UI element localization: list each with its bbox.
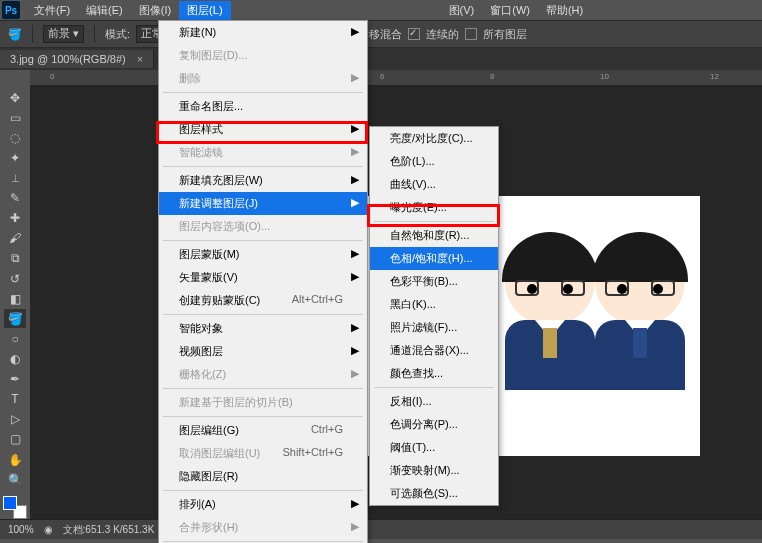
menu-item[interactable]: 亮度/对比度(C)...: [370, 127, 498, 150]
history-tool[interactable]: ↺: [4, 269, 26, 288]
menu-separator: [163, 490, 363, 491]
menu-item: 新建基于图层的切片(B): [159, 391, 367, 414]
close-icon[interactable]: ×: [137, 53, 143, 65]
menu-item[interactable]: 黑白(K)...: [370, 293, 498, 316]
wand-tool[interactable]: ✦: [4, 148, 26, 167]
menu-item-label: 色调分离(P)...: [390, 418, 458, 430]
menu-item-label: 取消图层编组(U): [179, 447, 260, 459]
menu-item[interactable]: 视频图层▶: [159, 340, 367, 363]
zoom-level[interactable]: 100%: [8, 524, 34, 535]
chk-alllayers[interactable]: [465, 28, 477, 40]
menu-item[interactable]: 排列(A)▶: [159, 493, 367, 516]
menu-item[interactable]: 图层样式▶: [159, 118, 367, 141]
heal-tool[interactable]: ✚: [4, 209, 26, 228]
path-tool[interactable]: ▷: [4, 410, 26, 429]
menu-item[interactable]: 可选颜色(S)...: [370, 482, 498, 505]
menu-separator: [374, 221, 494, 222]
menu-item[interactable]: 重命名图层...: [159, 95, 367, 118]
menu-item-label: 通道混合器(X)...: [390, 344, 469, 356]
menu-separator: [163, 541, 363, 542]
document-size: 文档:651.3 K/651.3K: [63, 523, 155, 537]
brush-tool[interactable]: 🖌: [4, 229, 26, 248]
menu-item[interactable]: 阈值(T)...: [370, 436, 498, 459]
ruler-horizontal: 0 2 4 6 8 10 12: [30, 70, 762, 86]
menu-item[interactable]: 隐藏图层(R): [159, 465, 367, 488]
hand-tool[interactable]: ✋: [4, 450, 26, 469]
menu-file[interactable]: 文件(F): [26, 1, 78, 20]
menu-item[interactable]: 矢量蒙版(V)▶: [159, 266, 367, 289]
menu-separator: [374, 387, 494, 388]
menubar: Ps 文件(F) 编辑(E) 图像(I) 图层(L) 图(V) 窗口(W) 帮助…: [0, 0, 762, 20]
menu-item: 合并形状(H)▶: [159, 516, 367, 539]
menu-window[interactable]: 窗口(W): [482, 1, 538, 20]
menu-item[interactable]: 颜色查找...: [370, 362, 498, 385]
menu-item-label: 渐变映射(M)...: [390, 464, 460, 476]
options-bar: 🪣 前景 ▾ 模式: 正常 滑移混合 连续的 所有图层: [0, 20, 762, 48]
menu-item: 删除▶: [159, 67, 367, 90]
move-tool[interactable]: ✥: [4, 88, 26, 107]
chevron-right-icon: ▶: [351, 145, 359, 158]
menu-item-label: 颜色查找...: [390, 367, 443, 379]
color-swatches[interactable]: [3, 496, 27, 519]
menu-item[interactable]: 色彩平衡(B)...: [370, 270, 498, 293]
menu-item[interactable]: 自然饱和度(R)...: [370, 224, 498, 247]
menu-item[interactable]: 智能对象▶: [159, 317, 367, 340]
eraser-tool[interactable]: ◧: [4, 289, 26, 308]
pen-tool[interactable]: ✒: [4, 370, 26, 389]
menu-item[interactable]: 通道混合器(X)...: [370, 339, 498, 362]
menu-item[interactable]: 照片滤镜(F)...: [370, 316, 498, 339]
exposure-icon: ◉: [44, 524, 53, 535]
shortcut: Ctrl+G: [311, 423, 343, 435]
menu-item: 智能滤镜▶: [159, 141, 367, 164]
menu-item-label: 新建(N): [179, 26, 216, 38]
menu-item[interactable]: 色调分离(P)...: [370, 413, 498, 436]
statusbar: 100% ◉ 文档:651.3 K/651.3K ▶: [0, 519, 762, 539]
fg-color[interactable]: [3, 496, 17, 510]
menu-edit[interactable]: 编辑(E): [78, 1, 131, 20]
text-tool[interactable]: T: [4, 390, 26, 409]
menu-help[interactable]: 帮助(H): [538, 1, 591, 20]
tab-document[interactable]: 3.jpg @ 100%(RGB/8#) ×: [0, 50, 154, 68]
menu-separator: [163, 314, 363, 315]
chevron-right-icon: ▶: [351, 321, 359, 334]
stamp-tool[interactable]: ⧉: [4, 249, 26, 268]
eyedropper-tool[interactable]: ✎: [4, 189, 26, 208]
menu-item[interactable]: 图层编组(G)Ctrl+G: [159, 419, 367, 442]
menu-item-label: 曲线(V)...: [390, 178, 436, 190]
tools-panel: ✥ ▭ ◌ ✦ ⟂ ✎ ✚ 🖌 ⧉ ↺ ◧ 🪣 ○ ◐ ✒ T ▷ ▢ ✋ 🔍: [0, 86, 30, 519]
bucket-tool[interactable]: 🪣: [4, 309, 26, 328]
menu-separator: [163, 92, 363, 93]
marquee-tool[interactable]: ▭: [4, 108, 26, 127]
crop-tool[interactable]: ⟂: [4, 168, 26, 187]
menu-separator: [163, 388, 363, 389]
lasso-tool[interactable]: ◌: [4, 128, 26, 147]
menu-view[interactable]: 图(V): [441, 1, 483, 20]
blur-tool[interactable]: ○: [4, 329, 26, 348]
menu-layer[interactable]: 图层(L): [179, 1, 230, 20]
menu-item-label: 色相/饱和度(H)...: [390, 252, 473, 264]
dodge-tool[interactable]: ◐: [4, 349, 26, 368]
chk-contiguous[interactable]: [408, 28, 420, 40]
menu-item[interactable]: 曝光度(E)...: [370, 196, 498, 219]
menu-item[interactable]: 渐变映射(M)...: [370, 459, 498, 482]
chevron-right-icon: ▶: [351, 25, 359, 38]
menu-item[interactable]: 新建填充图层(W)▶: [159, 169, 367, 192]
menu-item-label: 栅格化(Z): [179, 368, 226, 380]
zoom-tool[interactable]: 🔍: [4, 470, 26, 489]
menu-item[interactable]: 新建调整图层(J)▶: [159, 192, 367, 215]
menu-item[interactable]: 曲线(V)...: [370, 173, 498, 196]
chevron-right-icon: ▶: [351, 71, 359, 84]
menu-item[interactable]: 创建剪贴蒙版(C)Alt+Ctrl+G: [159, 289, 367, 312]
fill-select[interactable]: 前景 ▾: [43, 25, 84, 43]
menu-item[interactable]: 色阶(L)...: [370, 150, 498, 173]
menu-item-label: 色彩平衡(B)...: [390, 275, 458, 287]
chevron-right-icon: ▶: [351, 173, 359, 186]
menu-image[interactable]: 图像(I): [131, 1, 179, 20]
menu-item[interactable]: 图层蒙版(M)▶: [159, 243, 367, 266]
menu-item[interactable]: 反相(I)...: [370, 390, 498, 413]
menu-item[interactable]: 新建(N)▶: [159, 21, 367, 44]
layer-menu: 新建(N)▶复制图层(D)...删除▶重命名图层...图层样式▶智能滤镜▶新建填…: [158, 20, 368, 543]
menu-item-label: 矢量蒙版(V): [179, 271, 238, 283]
menu-item[interactable]: 色相/饱和度(H)...: [370, 247, 498, 270]
shape-tool[interactable]: ▢: [4, 430, 26, 449]
